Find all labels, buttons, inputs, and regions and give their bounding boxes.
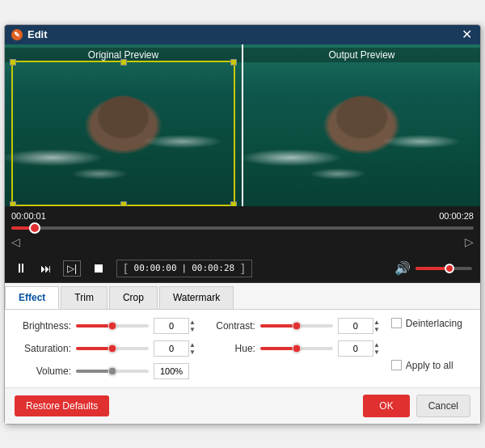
time-total: 00:00:28 <box>192 263 234 273</box>
hue-row: Hue: ▲▼ <box>199 340 380 357</box>
volume-slider[interactable] <box>415 267 472 270</box>
contrast-label: Contrast: <box>199 320 255 332</box>
volume-thumb[interactable] <box>445 264 454 273</box>
timeline-end-time: 00:00:28 <box>439 211 474 221</box>
title-bar: ✎ Edit ✕ <box>5 25 480 44</box>
output-preview-image <box>243 44 480 206</box>
timeline-thumb[interactable] <box>29 222 40 234</box>
edit-dialog: ✎ Edit ✕ Original Preview Output Preview <box>4 24 481 425</box>
brightness-slider[interactable] <box>76 324 149 328</box>
contrast-spin[interactable]: ▲▼ <box>373 319 380 333</box>
tab-effect[interactable]: Effect <box>5 286 59 309</box>
bottom-bar: Restore Defaults OK Cancel <box>5 387 480 424</box>
original-preview-image <box>5 44 242 206</box>
trim-handle-left[interactable]: ◁ <box>11 235 20 248</box>
volume-label: Volume: <box>15 366 71 377</box>
hue-number-wrap: ▲▼ <box>338 340 380 357</box>
tab-crop[interactable]: Crop <box>109 286 158 309</box>
output-preview-label: Output Preview <box>243 48 480 62</box>
time-separator: | <box>182 263 188 273</box>
dialog-title: Edit <box>27 28 48 40</box>
hue-input[interactable] <box>338 340 373 357</box>
original-preview-panel: Original Preview <box>5 44 242 206</box>
controls-area: ⏸ ⏭ ▷| ⏹ [ 00:00:00 | 00:00:28 ] 🔊 <box>5 255 480 283</box>
step-button[interactable]: ▷| <box>63 260 81 277</box>
saturation-row: Saturation: ▲▼ <box>15 340 196 357</box>
dialog-icon: ✎ <box>11 29 23 40</box>
brightness-number-wrap: ▲▼ <box>154 318 196 334</box>
contrast-number-wrap: ▲▼ <box>338 318 380 334</box>
hue-slider[interactable] <box>260 347 333 350</box>
tab-watermark[interactable]: Watermark <box>159 286 234 309</box>
crop-handle-bl[interactable] <box>10 201 16 206</box>
right-settings: Deinterlacing Apply to all <box>383 318 485 379</box>
saturation-number-wrap: ▲▼ <box>154 340 196 357</box>
timeline-area: 00:00:01 00:00:28 ◁ ▷ <box>5 206 480 255</box>
tab-trim[interactable]: Trim <box>61 286 108 309</box>
timeline-times: 00:00:01 00:00:28 <box>11 211 474 221</box>
crop-handle-tc[interactable] <box>120 59 127 66</box>
bracket-open: [ <box>122 262 129 275</box>
deinterlacing-checkbox[interactable] <box>391 318 402 328</box>
volume-setting-slider[interactable] <box>76 370 149 373</box>
tabs-area: Effect Trim Crop Watermark <box>5 283 480 310</box>
time-display: [ 00:00:00 | 00:00:28 ] <box>116 260 251 277</box>
apply-to-all-checkbox[interactable] <box>391 360 402 370</box>
saturation-thumb[interactable] <box>108 344 117 353</box>
deinterlacing-row: Deinterlacing <box>391 318 485 329</box>
hue-thumb[interactable] <box>292 344 301 353</box>
settings-area: Brightness: ▲▼ Saturation: <box>5 310 480 387</box>
contrast-fill <box>260 324 297 328</box>
volume-input[interactable] <box>154 363 189 379</box>
time-current: 00:00:00 <box>134 263 177 273</box>
restore-defaults-button[interactable]: Restore Defaults <box>15 395 109 416</box>
timeline-start-time: 00:00:01 <box>11 211 46 221</box>
brightness-row: Brightness: ▲▼ <box>15 318 196 334</box>
middle-settings: Contrast: ▲▼ Hue: <box>199 318 380 379</box>
title-bar-left: ✎ Edit <box>11 28 48 40</box>
timeline-track[interactable] <box>11 222 474 234</box>
timeline-rail[interactable] <box>11 226 474 230</box>
crop-box[interactable] <box>11 61 235 206</box>
cancel-button[interactable]: Cancel <box>416 395 470 417</box>
crop-handle-tr[interactable] <box>230 59 237 66</box>
contrast-thumb[interactable] <box>292 321 301 330</box>
trim-handle-right[interactable]: ▷ <box>465 235 474 248</box>
pause-button[interactable]: ⏸ <box>13 260 29 277</box>
saturation-input[interactable] <box>154 340 189 357</box>
brightness-spin[interactable]: ▲▼ <box>189 319 196 333</box>
crop-handle-br[interactable] <box>230 201 237 206</box>
close-button[interactable]: ✕ <box>460 28 474 41</box>
contrast-input[interactable] <box>338 318 373 334</box>
preview-area: Original Preview Output Preview <box>5 44 480 206</box>
stop-button[interactable]: ⏹ <box>91 260 107 277</box>
ok-button[interactable]: OK <box>363 395 409 417</box>
volume-setting-fill <box>76 370 112 373</box>
left-settings: Brightness: ▲▼ Saturation: <box>15 318 196 379</box>
apply-to-all-label: Apply to all <box>406 360 453 371</box>
crop-handle-tl[interactable] <box>10 59 16 66</box>
brightness-label: Brightness: <box>15 320 71 332</box>
saturation-spin[interactable]: ▲▼ <box>189 341 196 356</box>
hue-label: Hue: <box>199 343 255 354</box>
bottom-right-buttons: OK Cancel <box>363 395 470 417</box>
saturation-fill <box>76 347 112 350</box>
volume-area: 🔊 <box>394 260 472 276</box>
output-preview-panel: Output Preview <box>243 44 480 206</box>
trim-handles: ◁ ▷ <box>11 234 474 250</box>
volume-setting-thumb[interactable] <box>108 366 117 375</box>
saturation-label: Saturation: <box>15 343 71 354</box>
hue-fill <box>260 347 297 350</box>
brightness-input[interactable] <box>154 318 189 334</box>
brightness-thumb[interactable] <box>108 321 117 330</box>
saturation-slider[interactable] <box>76 347 149 350</box>
contrast-slider[interactable] <box>260 324 333 328</box>
brightness-fill <box>76 324 112 328</box>
forward-button[interactable]: ⏭ <box>39 260 53 277</box>
volume-row: Volume: <box>15 363 196 379</box>
crop-handle-bc[interactable] <box>120 201 127 206</box>
bracket-close: ] <box>239 262 246 275</box>
hue-spin[interactable]: ▲▼ <box>373 341 380 356</box>
contrast-row: Contrast: ▲▼ <box>199 318 380 334</box>
apply-to-all-row: Apply to all <box>391 360 485 371</box>
